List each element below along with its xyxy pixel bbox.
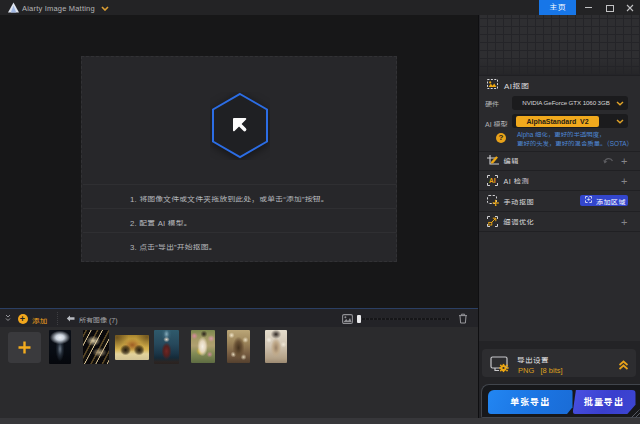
svg-text:AI: AI bbox=[489, 177, 496, 184]
